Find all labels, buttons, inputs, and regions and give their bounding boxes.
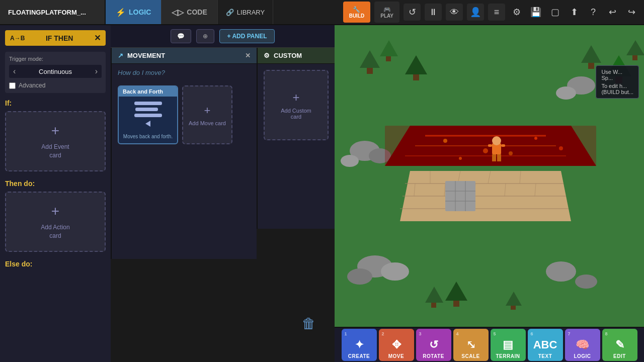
refresh-button[interactable]: ↺ xyxy=(404,4,421,21)
tool-text-button[interactable]: 6 ABC TEXT xyxy=(528,329,563,361)
tool-label-7: EDIT xyxy=(613,353,626,359)
tool-terrain-button[interactable]: 5 ▤ TERRAIN xyxy=(491,329,526,361)
target-icon: ⊕ xyxy=(203,33,208,40)
svg-point-18 xyxy=(381,262,409,281)
svg-rect-55 xyxy=(497,154,501,161)
tool-icon-4: ▤ xyxy=(503,338,513,351)
trigger-nav: ‹ Continuous › xyxy=(9,65,102,78)
tool-num-0: 1 xyxy=(345,331,347,336)
undo-icon[interactable]: ↩ xyxy=(604,4,621,21)
tool-label-4: TERRAIN xyxy=(496,353,520,359)
tool-rotate-button[interactable]: 3 ↺ ROTATE xyxy=(416,329,451,361)
eye-button[interactable]: 👁 xyxy=(446,4,463,21)
user-button[interactable]: 👤 xyxy=(467,4,484,21)
close-if-then-button[interactable]: ✕ xyxy=(94,33,101,43)
add-custom-card-button[interactable]: + Add Customcard xyxy=(264,70,329,140)
svg-rect-4 xyxy=(386,56,391,61)
tool-icon-7: ✎ xyxy=(615,338,624,351)
advanced-checkbox-row: Advanced xyxy=(9,82,102,89)
target-button[interactable]: ⊕ xyxy=(196,29,214,43)
tool-icon-5: ABC xyxy=(533,338,557,351)
movement-panel-header: ↗ MOVEMENT ✕ xyxy=(112,48,257,64)
back-and-forth-card[interactable]: Back and Forth Moves back and forth. xyxy=(118,85,178,144)
trigger-value: Continuous xyxy=(39,68,72,75)
tool-num-2: 3 xyxy=(419,331,422,336)
add-move-card-label: Add Move card xyxy=(189,120,226,126)
tool-num-5: 6 xyxy=(531,331,533,336)
tool-logic-button[interactable]: 7 🧠 LOGIC xyxy=(565,329,600,361)
svg-point-17 xyxy=(347,268,372,285)
advanced-label[interactable]: Advanced xyxy=(19,82,45,89)
movement-cards-area: Back and Forth Moves back and forth. + A… xyxy=(112,81,257,148)
top-icons-group: 🔧 BUILD 🎮 PLAY ↺ ⏸ 👁 👤 ≡ ⚙ 💾 ▢ ⬆ ? ↩ ↪ xyxy=(338,2,644,23)
chat-button[interactable]: 💬 xyxy=(171,29,191,43)
tool-label-5: TEXT xyxy=(538,353,552,359)
svg-point-20 xyxy=(575,275,597,289)
trigger-next-button[interactable]: › xyxy=(95,67,98,76)
game-view: Use W... Sp... To edit h... (BUILD but..… xyxy=(335,25,644,337)
pause-button[interactable]: ⏸ xyxy=(425,4,442,21)
tool-label-2: ROTATE xyxy=(423,353,444,359)
bottom-toolbar: 1 ✦ CREATE 2 ✥ MOVE 3 ↺ ROTATE 4 ⤡ SCALE… xyxy=(335,327,644,362)
close-movement-button[interactable]: ✕ xyxy=(245,52,251,59)
tool-edit-button[interactable]: 8 ✎ EDIT xyxy=(602,329,637,361)
plus-icon-2: + xyxy=(51,203,59,219)
svg-rect-59 xyxy=(431,303,436,308)
tool-icon-1: ✥ xyxy=(392,338,401,351)
save-icon[interactable]: 💾 xyxy=(527,4,544,21)
upload-icon[interactable]: ⬆ xyxy=(566,4,583,21)
svg-point-19 xyxy=(546,261,576,282)
tool-num-6: 7 xyxy=(568,331,571,336)
svg-rect-2 xyxy=(367,68,373,74)
tool-num-7: 8 xyxy=(605,331,608,336)
if-then-panel: A→B IF THEN ✕ Trigger mode: ‹ Continuous… xyxy=(0,25,111,362)
svg-rect-56 xyxy=(488,144,492,147)
card-description: Moves back and forth. xyxy=(119,132,177,143)
svg-rect-57 xyxy=(501,144,505,147)
svg-rect-54 xyxy=(492,154,496,161)
svg-rect-47 xyxy=(445,181,475,211)
chat-icon: 💬 xyxy=(177,33,185,40)
build-button[interactable]: 🔧 BUILD xyxy=(343,2,371,23)
trigger-prev-button[interactable]: ‹ xyxy=(13,67,16,76)
tool-icon-2: ↺ xyxy=(429,338,438,351)
tool-num-1: 2 xyxy=(382,331,384,336)
advanced-checkbox[interactable] xyxy=(9,82,16,89)
wrench-icon: 🔧 xyxy=(353,6,360,13)
tab-logic[interactable]: ⚡ LOGIC xyxy=(106,0,162,24)
svg-rect-6 xyxy=(413,74,419,80)
add-action-card-button[interactable]: + Add Actioncard xyxy=(5,192,106,252)
ab-icon: A→B xyxy=(10,35,25,42)
trash-button[interactable]: 🗑 xyxy=(302,315,316,332)
tool-icon-0: ✦ xyxy=(355,338,364,351)
plus-icon: + xyxy=(51,123,59,139)
menu-button[interactable]: ≡ xyxy=(488,4,505,21)
add-event-card-button[interactable]: + Add Eventcard xyxy=(5,111,106,171)
add-panel-button[interactable]: + ADD PANEL xyxy=(219,29,274,43)
logic-icon: ⚡ xyxy=(116,8,126,17)
tool-label-1: MOVE xyxy=(388,353,404,359)
tool-num-4: 5 xyxy=(494,331,496,336)
code-icon: ◁▷ xyxy=(172,8,184,17)
svg-rect-63 xyxy=(511,306,516,310)
tab-code[interactable]: ◁▷ CODE xyxy=(162,0,217,24)
window-icon[interactable]: ▢ xyxy=(546,4,564,21)
tool-label-6: LOGIC xyxy=(574,353,591,359)
tool-create-button[interactable]: 1 ✦ CREATE xyxy=(342,329,377,361)
gear-icon[interactable]: ⚙ xyxy=(508,4,525,21)
library-button[interactable]: 🔗 LIBRARY xyxy=(218,0,273,24)
add-move-card-button[interactable]: + Add Move card xyxy=(182,85,232,144)
if-then-header[interactable]: A→B IF THEN ✕ xyxy=(5,30,106,46)
tool-move-button[interactable]: 2 ✥ MOVE xyxy=(379,329,414,361)
svg-point-53 xyxy=(492,136,501,145)
play-button[interactable]: 🎮 PLAY xyxy=(374,2,399,23)
tool-label-0: CREATE xyxy=(348,353,370,359)
svg-point-22 xyxy=(556,86,576,100)
tool-scale-button[interactable]: 4 ⤡ SCALE xyxy=(453,329,489,361)
redo-icon[interactable]: ↪ xyxy=(623,4,640,21)
question-icon[interactable]: ? xyxy=(585,4,602,21)
tool-icon-6: 🧠 xyxy=(576,338,589,351)
svg-rect-8 xyxy=(588,63,594,69)
add-custom-card-label: Add Customcard xyxy=(281,108,311,120)
plus-icon-3: + xyxy=(204,104,211,117)
